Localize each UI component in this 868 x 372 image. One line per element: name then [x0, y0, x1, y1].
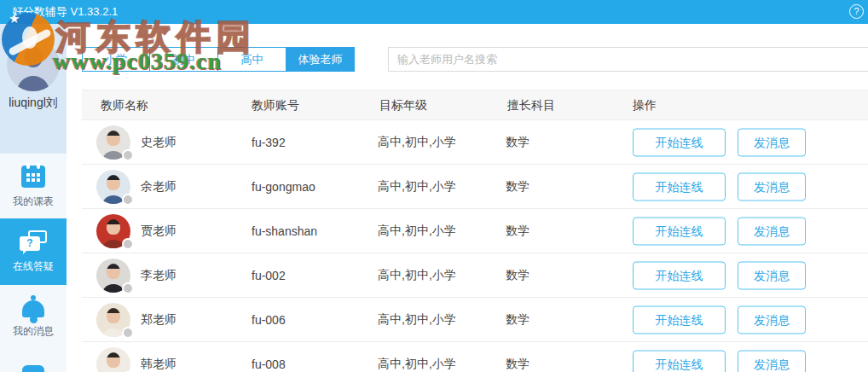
sidebar-item-online-qa[interactable]: ? 在线答疑 [0, 218, 67, 285]
target-grades: 高中,初中,小学 [378, 357, 456, 372]
calendar-icon [21, 166, 45, 188]
sidebar-item-label: 在线答疑 [0, 259, 67, 274]
partially-hidden-icon [22, 365, 44, 372]
search-input[interactable] [388, 47, 868, 72]
start-connect-button[interactable]: 开始连线 [633, 350, 726, 372]
subject: 数学 [506, 357, 529, 372]
teacher-name: 贾老师 [141, 224, 176, 239]
status-indicator [122, 194, 134, 206]
teacher-account: fu-002 [252, 269, 286, 282]
teacher-photo-wrap [96, 303, 130, 337]
start-connect-button[interactable]: 开始连线 [633, 261, 726, 289]
teacher-name: 余老师 [141, 179, 176, 195]
status-indicator [122, 149, 134, 161]
col-actions: 操作 [633, 90, 657, 120]
table-row: 韩老师 fu-008 高中,初中,小学 数学 开始连线 发消息 [82, 342, 868, 372]
status-indicator [122, 327, 134, 339]
table-row: 郑老师 fu-006 高中,初中,小学 数学 开始连线 发消息 [82, 298, 868, 342]
help-icon[interactable]: ? [849, 4, 864, 19]
teacher-name: 李老师 [141, 268, 176, 283]
teacher-name: 史老师 [141, 135, 176, 150]
sidebar-item-label: 我的课表 [0, 195, 67, 209]
app-window: 好分数辅导 V1.33.2.1 ? ★ 河东软件园 www.pc0359.cn … [0, 0, 868, 372]
sidebar-item-schedule[interactable]: 我的课表 [0, 160, 67, 218]
teacher-account: fu-006 [252, 313, 286, 327]
tab-trial-teacher[interactable]: 体验老师 [286, 47, 355, 72]
start-connect-button[interactable]: 开始连线 [633, 172, 726, 201]
start-connect-button[interactable]: 开始连线 [633, 217, 726, 245]
teacher-account: fu-gongmao [252, 180, 315, 194]
send-message-button[interactable]: 发消息 [738, 172, 806, 201]
target-grades: 高中,初中,小学 [378, 268, 456, 283]
teacher-name: 郑老师 [141, 312, 176, 328]
subject: 数学 [506, 135, 529, 150]
send-message-button[interactable]: 发消息 [738, 305, 806, 334]
target-grades: 高中,初中,小学 [378, 135, 456, 150]
teacher-photo-wrap [96, 214, 130, 248]
teacher-account: fu-392 [252, 136, 286, 149]
subject: 数学 [506, 268, 529, 283]
tab-middle-school[interactable]: 初中 [150, 47, 218, 72]
target-grades: 高中,初中,小学 [378, 312, 456, 328]
send-message-button[interactable]: 发消息 [738, 261, 806, 289]
send-message-button[interactable]: 发消息 [738, 217, 806, 245]
teacher-name: 韩老师 [141, 357, 176, 372]
table-row: 余老师 fu-gongmao 高中,初中,小学 数学 开始连线 发消息 [82, 165, 868, 209]
col-teacher-name: 教师名称 [101, 90, 148, 120]
grade-tabs: 小学 初中 高中 体验老师 [82, 47, 355, 72]
subject: 数学 [506, 179, 529, 195]
sidebar-item-label: 我的消息 [0, 324, 67, 339]
username-label: liuqingl刘 [0, 96, 67, 111]
teacher-photo-wrap [96, 170, 130, 204]
start-connect-button[interactable]: 开始连线 [633, 305, 726, 334]
tab-elementary[interactable]: 小学 [82, 47, 150, 72]
col-target-grade: 目标年级 [379, 90, 427, 120]
sidebar-item-partial[interactable] [0, 365, 67, 372]
teacher-photo-wrap [96, 125, 130, 160]
chat-bubble-front: ? [20, 236, 40, 251]
subject: 数学 [506, 312, 529, 328]
bell-icon [22, 300, 44, 317]
subject: 数学 [506, 224, 529, 239]
user-avatar [7, 38, 60, 91]
col-subject: 擅长科目 [507, 90, 555, 120]
teacher-photo-wrap [96, 347, 130, 372]
table-row: 贾老师 fu-shanshan 高中,初中,小学 数学 开始连线 发消息 [82, 209, 868, 253]
target-grades: 高中,初中,小学 [378, 179, 456, 195]
teacher-account: fu-008 [252, 357, 286, 371]
target-grades: 高中,初中,小学 [378, 224, 456, 239]
col-teacher-account: 教师账号 [252, 90, 299, 120]
sidebar-item-messages[interactable]: 我的消息 [0, 288, 67, 350]
app-title: 好分数辅导 V1.33.2.1 [12, 0, 118, 24]
teacher-table: 教师名称 教师账号 目标年级 擅长科目 操作 史老师 fu-392 高中,初中,… [82, 90, 868, 372]
table-row: 史老师 fu-392 高中,初中,小学 数学 开始连线 发消息 [82, 120, 868, 165]
profile-section: liuqingl刘 [0, 24, 67, 154]
title-bar: 好分数辅导 V1.33.2.1 ? [0, 0, 868, 24]
start-connect-button[interactable]: 开始连线 [633, 128, 726, 156]
teacher-account: fu-shanshan [252, 224, 317, 238]
status-indicator [122, 282, 134, 294]
send-message-button[interactable]: 发消息 [738, 350, 806, 372]
teacher-photo [96, 347, 130, 372]
table-header: 教师名称 教师账号 目标年级 擅长科目 操作 [82, 90, 868, 120]
chat-question-icon: ? [20, 230, 47, 253]
tab-high-school[interactable]: 高中 [218, 47, 286, 72]
teacher-photo-wrap [96, 259, 130, 293]
send-message-button[interactable]: 发消息 [738, 128, 806, 156]
status-indicator [122, 238, 134, 250]
table-row: 李老师 fu-002 高中,初中,小学 数学 开始连线 发消息 [82, 253, 868, 298]
sidebar: liuqingl刘 我的课表 ? 在线答疑 我的消息 [0, 24, 67, 372]
